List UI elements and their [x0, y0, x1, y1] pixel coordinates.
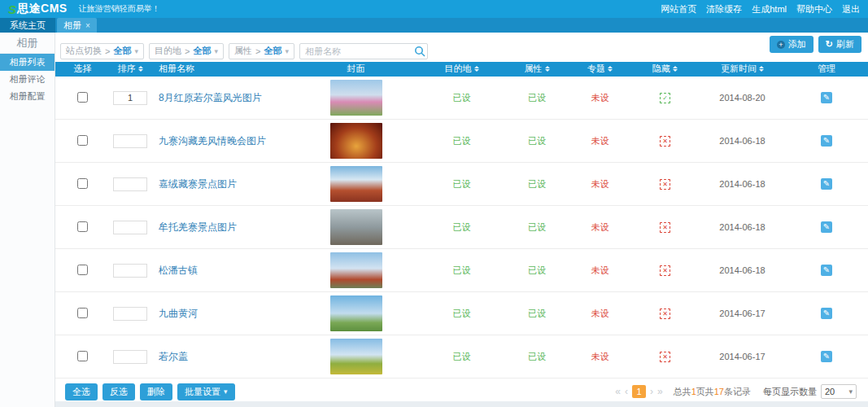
footer: 全选 反选 删除 批量设置 ▾ « ‹ 1 › » 总共1页共17条记录 每页显…: [55, 382, 868, 401]
filter-destination[interactable]: 目的地 > 全部 ▾: [149, 43, 224, 59]
edit-icon[interactable]: ✎: [821, 351, 832, 362]
sidebar-item-album-config[interactable]: 相册配置: [0, 88, 55, 105]
sort-order-input[interactable]: [113, 307, 147, 321]
hidden-toggle-icon[interactable]: ✓: [660, 93, 670, 103]
add-icon: +: [777, 41, 785, 49]
chevron-down-icon: ▾: [214, 47, 218, 55]
topic-status: 未设: [569, 351, 630, 363]
bulk-set-button[interactable]: 批量设置 ▾: [177, 383, 235, 400]
header-destination[interactable]: 目的地: [419, 63, 504, 75]
table-row: 牟托羌寨景点图片 已设 已设 未设 ✕ 2014-06-18 ✎: [55, 206, 868, 249]
sidebar: 相册 相册列表 相册评论 相册配置: [0, 33, 55, 407]
sidebar-title: 相册: [0, 33, 55, 54]
destination-status: 已设: [419, 351, 504, 363]
sort-order-input[interactable]: [113, 264, 147, 278]
sort-icon: [608, 66, 613, 72]
hidden-toggle-icon[interactable]: ✕: [660, 352, 670, 362]
delete-button[interactable]: 删除: [140, 383, 172, 400]
add-button[interactable]: + 添加: [770, 36, 813, 53]
filter-value: 全部: [113, 45, 131, 57]
hidden-toggle-icon[interactable]: ✕: [660, 265, 670, 276]
prev-page-icon[interactable]: ‹: [625, 386, 628, 397]
header-sort[interactable]: 排序: [110, 63, 150, 75]
invert-selection-button[interactable]: 反选: [103, 383, 135, 400]
updated-date: 2014-06-18: [700, 265, 785, 275]
album-name-link[interactable]: 九曲黄河: [159, 308, 198, 319]
nav-site-home[interactable]: 网站首页: [661, 3, 696, 15]
filter-site-switch[interactable]: 站点切换 > 全部 ▾: [60, 43, 144, 59]
row-checkbox[interactable]: [77, 92, 88, 103]
chevron-down-icon: ▾: [285, 47, 289, 55]
sort-icon: [545, 66, 550, 72]
sort-order-input[interactable]: [113, 134, 147, 148]
nav-generate-html[interactable]: 生成html: [752, 3, 787, 15]
album-name-link[interactable]: 8月红原若尔盖风光图片: [159, 92, 262, 103]
next-page-icon[interactable]: ›: [650, 386, 653, 397]
nav-logout[interactable]: 退出: [842, 3, 860, 15]
table-row: 8月红原若尔盖风光图片 已设 已设 未设 ✓ 2014-08-20 ✎: [55, 77, 868, 120]
filter-separator: >: [255, 46, 260, 56]
row-checkbox[interactable]: [77, 135, 88, 146]
album-name-link[interactable]: 松潘古镇: [159, 265, 198, 276]
sort-order-input[interactable]: [113, 91, 147, 105]
attribute-status: 已设: [504, 265, 569, 277]
chevron-down-icon: ▾: [224, 387, 228, 396]
sort-order-input[interactable]: [113, 177, 147, 191]
destination-status: 已设: [419, 265, 504, 277]
updated-date: 2014-06-18: [700, 136, 785, 146]
tab-album[interactable]: 相册 ×: [57, 18, 97, 33]
current-page-button[interactable]: 1: [632, 385, 646, 398]
edit-icon[interactable]: ✎: [821, 92, 832, 103]
header-hidden[interactable]: 隐藏: [630, 63, 700, 75]
attribute-status: 已设: [504, 135, 569, 147]
album-cover-image: [330, 209, 382, 245]
tab-system-home[interactable]: 系统主页: [0, 18, 55, 33]
sort-order-input[interactable]: [113, 221, 147, 234]
sidebar-item-album-list[interactable]: 相册列表: [0, 54, 55, 71]
edit-icon[interactable]: ✎: [821, 178, 832, 190]
album-cover-image: [330, 80, 382, 116]
hidden-toggle-icon[interactable]: ✕: [660, 309, 670, 319]
album-name-link[interactable]: 嘉绒藏寨景点图片: [159, 178, 237, 190]
row-checkbox[interactable]: [77, 178, 88, 189]
sort-order-input[interactable]: [113, 350, 147, 364]
last-page-icon[interactable]: »: [657, 386, 663, 397]
refresh-button[interactable]: ↻ 刷新: [818, 36, 861, 53]
row-checkbox[interactable]: [77, 351, 88, 361]
tab-close-icon[interactable]: ×: [85, 21, 90, 30]
album-name-search-input[interactable]: [299, 43, 428, 59]
header-updated[interactable]: 更新时间: [700, 63, 785, 75]
edit-icon[interactable]: ✎: [821, 221, 832, 233]
nav-help-center[interactable]: 帮助中心: [796, 3, 832, 15]
search-icon[interactable]: [414, 46, 425, 57]
header-attribute[interactable]: 属性: [504, 63, 569, 75]
filter-separator: >: [105, 46, 110, 56]
destination-status: 已设: [419, 308, 504, 320]
hidden-toggle-icon[interactable]: ✕: [660, 222, 670, 233]
sort-icon: [138, 66, 143, 72]
album-name-link[interactable]: 牟托羌寨景点图片: [159, 221, 237, 233]
sort-icon: [474, 66, 479, 72]
first-page-icon[interactable]: «: [615, 386, 621, 397]
hidden-toggle-icon[interactable]: ✕: [660, 179, 670, 190]
edit-icon[interactable]: ✎: [821, 308, 832, 319]
add-button-label: 添加: [788, 38, 806, 50]
row-checkbox[interactable]: [77, 265, 88, 275]
header-topic[interactable]: 专题: [569, 63, 630, 75]
album-name-link[interactable]: 九寨沟藏羌风情晚会图片: [159, 135, 266, 147]
row-checkbox[interactable]: [77, 308, 88, 318]
hidden-toggle-icon[interactable]: ✕: [660, 136, 670, 147]
filter-attribute[interactable]: 属性 > 全部 ▾: [229, 43, 294, 59]
album-name-link[interactable]: 若尔盖: [159, 351, 188, 362]
row-checkbox[interactable]: [77, 221, 88, 232]
tab-album-label: 相册: [63, 20, 81, 32]
edit-icon[interactable]: ✎: [821, 265, 832, 276]
edit-icon[interactable]: ✎: [821, 135, 832, 147]
select-all-button[interactable]: 全选: [65, 383, 98, 400]
table-row: 嘉绒藏寨景点图片 已设 已设 未设 ✕ 2014-06-18 ✎: [55, 163, 868, 206]
main-content: + 添加 ↻ 刷新 站点切换 > 全部 ▾ 目的地 > 全部: [55, 33, 868, 407]
sidebar-item-album-comments[interactable]: 相册评论: [0, 71, 55, 88]
attribute-status: 已设: [504, 308, 569, 320]
nav-clear-cache[interactable]: 清除缓存: [706, 3, 742, 15]
per-page-select[interactable]: 20 ▾: [821, 384, 857, 399]
